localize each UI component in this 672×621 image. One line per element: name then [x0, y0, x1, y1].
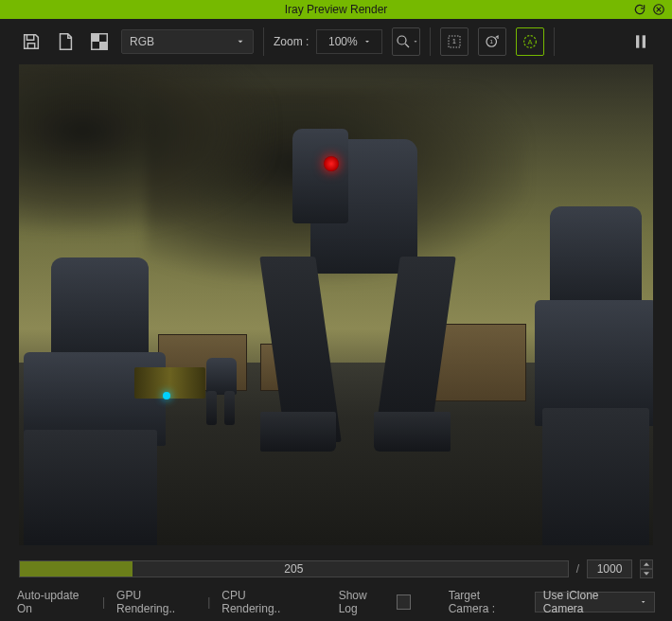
- show-log-checkbox[interactable]: [397, 594, 411, 610]
- separator: |: [207, 595, 210, 609]
- sync-camera-icon[interactable]: 1: [478, 27, 506, 56]
- progress-current: 205: [20, 561, 568, 577]
- target-camera-label: Target Camera :: [449, 589, 523, 615]
- divider: [554, 27, 555, 56]
- window-title: Iray Preview Render: [285, 3, 388, 16]
- cpu-status: CPU Rendering..: [221, 589, 300, 615]
- chevron-down-icon: [413, 39, 418, 44]
- iteration-total-input[interactable]: 1000: [587, 559, 632, 578]
- separator: |: [102, 595, 105, 609]
- channel-select[interactable]: RGB: [121, 29, 254, 54]
- svg-rect-12: [643, 35, 645, 47]
- iray-preview-window: Iray Preview Render RGB Zoom :: [0, 0, 672, 621]
- titlebar: Iray Preview Render: [0, 0, 672, 19]
- new-document-icon[interactable]: [53, 29, 78, 54]
- progress-bar: 205: [19, 560, 569, 577]
- divider: [263, 27, 264, 56]
- step-up-icon[interactable]: [640, 559, 653, 569]
- svg-text:1: 1: [490, 39, 494, 44]
- slash: /: [576, 562, 579, 576]
- chevron-down-icon: [363, 38, 371, 45]
- camera-value: Use iClone Camera: [543, 589, 634, 615]
- zoom-value: 100%: [328, 35, 358, 48]
- viewport-container: [0, 64, 672, 555]
- zoom-group: Zoom : 100%: [274, 29, 382, 54]
- progress-row: 205 / 1000: [0, 555, 672, 583]
- iteration-stepper: [640, 559, 653, 578]
- zoom-label: Zoom :: [274, 35, 309, 48]
- chevron-down-icon: [236, 37, 245, 46]
- zoom-select[interactable]: 100%: [316, 29, 382, 54]
- channel-value: RGB: [130, 35, 154, 48]
- auto-update-status: Auto-update On: [17, 589, 91, 615]
- toolbar: RGB Zoom : 100% 1 1 A: [0, 19, 672, 64]
- zoom-fit-icon[interactable]: [392, 27, 420, 56]
- svg-rect-3: [99, 42, 107, 49]
- render-viewport[interactable]: [19, 64, 653, 545]
- save-icon[interactable]: [19, 29, 44, 54]
- region-icon[interactable]: 1: [440, 27, 469, 56]
- chevron-down-icon: [640, 598, 646, 606]
- refresh-icon[interactable]: [632, 2, 647, 17]
- divider: [430, 27, 431, 56]
- statusbar: Auto-update On | GPU Rendering.. | CPU R…: [0, 583, 672, 621]
- svg-rect-2: [92, 34, 99, 42]
- camera-select[interactable]: Use iClone Camera: [535, 592, 655, 612]
- gpu-status: GPU Rendering..: [116, 589, 196, 615]
- auto-update-icon[interactable]: A: [516, 27, 544, 56]
- close-icon[interactable]: [651, 2, 666, 17]
- show-log-label: Show Log: [339, 589, 385, 615]
- svg-point-4: [398, 36, 406, 44]
- svg-text:A: A: [528, 38, 533, 46]
- checker-icon[interactable]: [87, 29, 112, 54]
- pause-icon[interactable]: [628, 29, 653, 54]
- svg-text:1: 1: [452, 38, 456, 44]
- iteration-total: 1000: [597, 562, 623, 576]
- titlebar-controls: [632, 2, 666, 17]
- svg-rect-11: [636, 35, 639, 47]
- step-down-icon[interactable]: [640, 569, 653, 578]
